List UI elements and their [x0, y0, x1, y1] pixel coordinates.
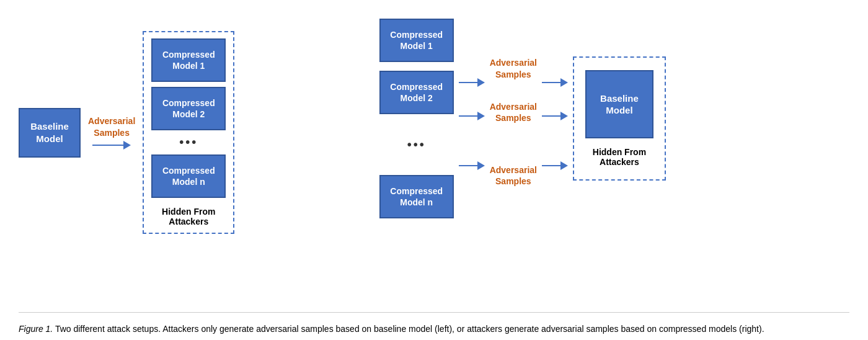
right-dashed-box: BaselineModel Hidden FromAttackers: [573, 56, 666, 181]
left-arrow-line-body: [92, 145, 123, 146]
right-diagram: CompressedModel 1 CompressedModel 2 ••• …: [379, 12, 849, 218]
left-hidden-label: Hidden FromAttackers: [162, 207, 215, 226]
right-compressed-model-1: CompressedModel 1: [379, 19, 454, 62]
right-arrow-2-line: [459, 115, 477, 117]
left-baseline-model-box: Baseline Model: [19, 108, 81, 158]
right-hidden-label: Hidden FromAttackers: [593, 147, 646, 167]
right-adv-col: AdversarialSamples AdversarialSamples Ad…: [490, 50, 537, 187]
right-arrow-2: [459, 112, 485, 120]
right-arrow-to-box-1-line: [542, 82, 560, 83]
left-arrow-head: [123, 141, 131, 150]
right-arrow-to-box-1-head: [560, 78, 568, 87]
right-compressed-model-n: CompressedModel n: [379, 175, 454, 218]
caption-text: Two different attack setups. Attackers o…: [55, 324, 764, 334]
left-arrow-line: [92, 141, 131, 150]
right-arrow-2-head: [477, 112, 485, 120]
left-diagram: Baseline Model AdversarialSamples Compre…: [19, 12, 355, 234]
left-compressed-model-2: CompressedModel 2: [151, 87, 226, 130]
right-baseline-model-label: BaselineModel: [600, 92, 639, 117]
right-adv-samples-n: AdversarialSamples: [490, 164, 537, 187]
right-model-col: CompressedModel 1 CompressedModel 2 ••• …: [379, 19, 454, 218]
left-dots: •••: [179, 135, 198, 150]
right-arrows-col2: [542, 68, 568, 170]
right-arrow-1: [459, 78, 485, 87]
right-arrow-3-line: [459, 165, 477, 166]
right-arrow-3: [459, 161, 485, 170]
right-baseline-model-box: BaselineModel: [585, 70, 653, 138]
right-arrow-3-head: [477, 161, 485, 170]
right-adv-samples-1: AdversarialSamples: [490, 57, 537, 79]
right-arrow-to-box-2-head: [560, 112, 568, 120]
right-dots-spacer: [459, 129, 485, 144]
right-arrow-to-box-1: [542, 78, 568, 87]
right-arrow-to-box-3-line: [542, 165, 560, 166]
left-baseline-model-label: Baseline Model: [20, 120, 79, 145]
right-arrow-to-box-2-line: [542, 115, 560, 117]
right-arrow-to-box-3: [542, 161, 568, 170]
figure-label: Figure 1.: [19, 324, 53, 334]
diagrams-row: Baseline Model AdversarialSamples Compre…: [19, 12, 849, 312]
right-arrow-1-line: [459, 82, 477, 83]
main-container: Baseline Model AdversarialSamples Compre…: [0, 0, 868, 340]
divider: [19, 312, 849, 313]
caption: Figure 1. Two different attack setups. A…: [19, 318, 849, 334]
left-compressed-model-n: CompressedModel n: [151, 154, 226, 198]
right-arrow-to-box-2: [542, 112, 568, 120]
left-dashed-box: CompressedModel 1 CompressedModel 2 ••• …: [143, 31, 234, 234]
right-arrow-to-box-3-head: [560, 161, 568, 170]
right-arrows-col1: [459, 68, 485, 170]
right-arrows-dots-spacer: [542, 129, 568, 144]
left-compressed-model-1: CompressedModel 1: [151, 38, 226, 82]
right-compressed-model-2: CompressedModel 2: [379, 71, 454, 114]
right-dots: •••: [379, 123, 454, 166]
right-arrow-1-head: [477, 78, 485, 87]
left-arrow-adv: AdversarialSamples: [88, 115, 135, 149]
right-adv-samples-2: AdversarialSamples: [490, 101, 537, 123]
left-adv-samples-text: AdversarialSamples: [88, 115, 135, 138]
